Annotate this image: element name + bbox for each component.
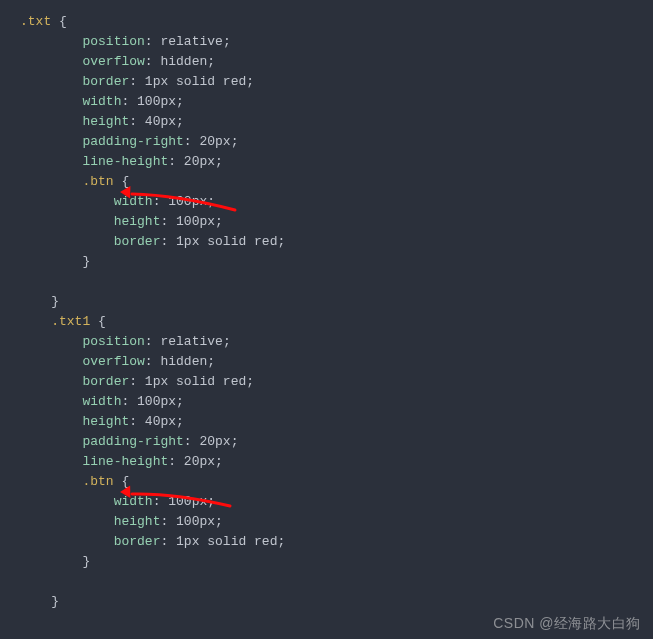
code-line: height: 100px; bbox=[20, 512, 653, 532]
code-line: overflow: hidden; bbox=[20, 52, 653, 72]
code-line: .btn { bbox=[20, 172, 653, 192]
code-line: width: 100px; bbox=[20, 492, 653, 512]
code-line: padding-right: 20px; bbox=[20, 432, 653, 452]
code-line: border: 1px solid red; bbox=[20, 372, 653, 392]
code-line: } bbox=[20, 252, 653, 272]
code-line: height: 40px; bbox=[20, 112, 653, 132]
code-line: padding-right: 20px; bbox=[20, 132, 653, 152]
code-line: .txt { bbox=[20, 12, 653, 32]
code-line: height: 40px; bbox=[20, 412, 653, 432]
code-line: overflow: hidden; bbox=[20, 352, 653, 372]
code-line: border: 1px solid red; bbox=[20, 72, 653, 92]
code-line: } bbox=[20, 292, 653, 312]
code-line: height: 100px; bbox=[20, 212, 653, 232]
code-line: line-height: 20px; bbox=[20, 452, 653, 472]
code-line: .txt1 { bbox=[20, 312, 653, 332]
code-line bbox=[20, 272, 653, 292]
code-line: } bbox=[20, 552, 653, 572]
code-line: width: 100px; bbox=[20, 392, 653, 412]
code-block: .txt { position: relative; overflow: hid… bbox=[0, 0, 653, 639]
code-line: } bbox=[20, 592, 653, 612]
watermark: CSDN @经海路大白狗 bbox=[493, 615, 641, 633]
code-line: border: 1px solid red; bbox=[20, 232, 653, 252]
code-line: position: relative; bbox=[20, 332, 653, 352]
code-line: .btn { bbox=[20, 472, 653, 492]
code-line bbox=[20, 572, 653, 592]
code-lines: .txt { position: relative; overflow: hid… bbox=[0, 0, 653, 624]
code-line: line-height: 20px; bbox=[20, 152, 653, 172]
code-line: width: 100px; bbox=[20, 92, 653, 112]
code-line: border: 1px solid red; bbox=[20, 532, 653, 552]
code-line: width: 100px; bbox=[20, 192, 653, 212]
code-line: position: relative; bbox=[20, 32, 653, 52]
